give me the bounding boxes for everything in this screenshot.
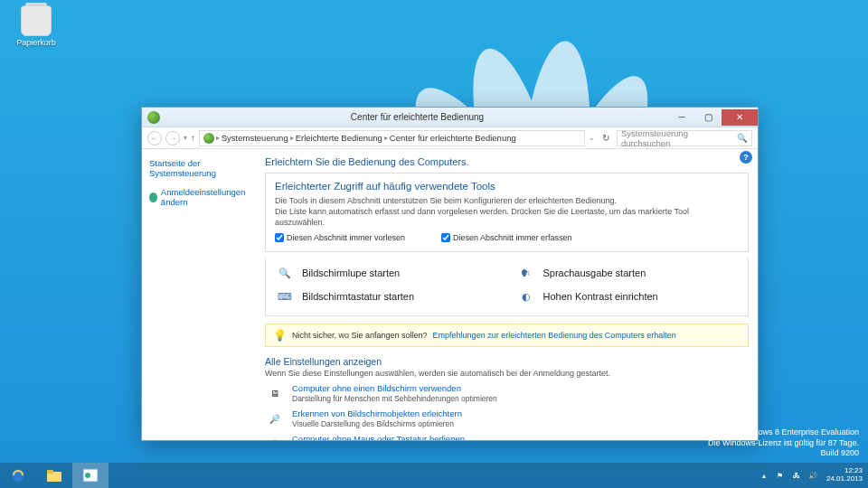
- system-tray: ▴ ⚑ 🖧 🔊 12:23 24.01.2013: [756, 467, 868, 483]
- lightbulb-icon: 💡: [273, 329, 287, 342]
- recommendation-hint: 💡 Nicht sicher, wo Sie anfangen sollen? …: [265, 324, 749, 347]
- recycle-bin-icon: [21, 5, 52, 36]
- checkbox-always-scan-input[interactable]: [441, 233, 450, 242]
- tray-flag-icon[interactable]: ⚑: [774, 469, 787, 482]
- tool-onscreen-keyboard[interactable]: ⌨ Bildschirmtastatur starten: [275, 286, 498, 306]
- tools-grid: 🔍 Bildschirmlupe starten 🗣 Sprachausgabe…: [265, 258, 749, 316]
- titlebar[interactable]: Center für erleichterte Bedienung ─ ▢ ✕: [142, 108, 758, 127]
- magnifier-icon: 🔍: [275, 263, 295, 283]
- hint-text: Nicht sicher, wo Sie anfangen sollen?: [292, 331, 428, 340]
- back-button[interactable]: ←: [147, 131, 162, 145]
- setting-display-easier[interactable]: 🔎 Erkennen von Bildschirmobjekten erleic…: [265, 408, 749, 428]
- shield-icon: [149, 192, 157, 202]
- svg-rect-7: [47, 470, 53, 474]
- history-dropdown[interactable]: ▾: [184, 134, 187, 142]
- sidebar-link-login-settings[interactable]: Anmeldeeinstellungen ändern: [149, 187, 252, 207]
- monitor-off-icon: 🖥: [265, 383, 285, 403]
- setting-no-mouse-keyboard[interactable]: 🧍 Computer ohne Maus oder Tastatur bedie…: [265, 434, 749, 440]
- taskbar-clock[interactable]: 12:23 24.01.2013: [826, 467, 863, 483]
- quick-access-box: Erleichterter Zugriff auf häufig verwend…: [265, 173, 749, 252]
- taskbar-explorer[interactable]: [36, 463, 72, 488]
- content-pane: ? Erleichtern Sie die Bedienung des Comp…: [259, 149, 758, 440]
- narrator-icon: 🗣: [516, 263, 536, 283]
- refresh-button[interactable]: ↻: [599, 131, 613, 145]
- search-placeholder: Systemsteuerung durchsuchen: [621, 128, 737, 148]
- up-button[interactable]: ↑: [191, 133, 195, 143]
- minimize-button[interactable]: ─: [669, 109, 694, 126]
- breadcrumb[interactable]: ▸ Systemsteuerung ▸ Erleichterte Bedienu…: [199, 130, 585, 146]
- checkbox-always-read[interactable]: Diesen Abschnitt immer vorlesen: [275, 233, 405, 242]
- desktop: Papierkorb Center für erleichterte Bedie…: [0, 0, 868, 488]
- crumb-3[interactable]: Center für erleichterte Bedienung: [390, 133, 516, 143]
- quick-access-desc2: Die Liste kann automatisch erfasst und d…: [275, 206, 739, 228]
- all-settings-desc: Wenn Sie diese Einstellungen auswählen, …: [265, 369, 749, 378]
- ease-of-access-icon: [147, 111, 160, 124]
- search-input[interactable]: Systemsteuerung durchsuchen 🔍: [617, 130, 752, 146]
- quick-access-title: Erleichterter Zugriff auf häufig verwend…: [275, 181, 739, 192]
- page-heading: Erleichtern Sie die Bedienung des Comput…: [265, 156, 749, 167]
- taskbar-ie[interactable]: [0, 463, 36, 488]
- checkbox-always-read-input[interactable]: [275, 233, 284, 242]
- tool-magnifier[interactable]: 🔍 Bildschirmlupe starten: [275, 263, 498, 283]
- svg-point-9: [85, 473, 90, 478]
- sidebar-link-label: Anmeldeeinstellungen ändern: [161, 187, 252, 207]
- hint-link[interactable]: Empfehlungen zur erleichterten Bedienung…: [433, 331, 676, 340]
- forward-button[interactable]: →: [165, 131, 180, 145]
- recycle-bin[interactable]: Papierkorb: [9, 5, 63, 47]
- all-settings-heading: Alle Einstellungen anzeigen: [265, 356, 749, 367]
- close-button[interactable]: ✕: [722, 109, 758, 126]
- crumb-2[interactable]: Erleichterte Bedienung: [296, 133, 382, 143]
- tray-volume-icon[interactable]: 🔊: [807, 469, 819, 482]
- search-icon: 🔍: [737, 133, 748, 143]
- ease-of-access-window: Center für erleichterte Bedienung ─ ▢ ✕ …: [141, 107, 759, 441]
- desktop-watermark: Windows 8 Enterprise Evaluation Die Wind…: [708, 427, 859, 459]
- setting-no-display[interactable]: 🖥 Computer ohne einen Bildschirm verwend…: [265, 383, 749, 403]
- window-title: Center für erleichterte Bedienung: [165, 112, 669, 122]
- maximize-button[interactable]: ▢: [695, 109, 721, 126]
- checkbox-always-scan[interactable]: Diesen Abschnitt immer erfassen: [441, 233, 572, 242]
- crumb-dropdown[interactable]: ⌄: [589, 134, 595, 142]
- crumb-1[interactable]: Systemsteuerung: [222, 133, 288, 143]
- magnify-screen-icon: 🔎: [265, 408, 285, 428]
- tray-network-icon[interactable]: 🖧: [790, 469, 803, 482]
- tool-narrator[interactable]: 🗣 Sprachausgabe starten: [516, 263, 740, 283]
- recycle-bin-label: Papierkorb: [9, 38, 63, 47]
- control-panel-icon: [203, 133, 214, 144]
- sidebar: Startseite der Systemsteuerung Anmeldeei…: [142, 149, 259, 440]
- contrast-icon: ◐: [516, 286, 536, 306]
- person-icon: 🧍: [265, 434, 285, 440]
- quick-access-desc1: Die Tools in diesem Abschnitt unterstütz…: [275, 195, 739, 206]
- taskbar-ease-of-access[interactable]: [72, 463, 108, 488]
- control-panel-home-link[interactable]: Startseite der Systemsteuerung: [149, 158, 252, 178]
- tool-high-contrast[interactable]: ◐ Hohen Kontrast einrichten: [516, 286, 740, 306]
- tray-show-hidden-icon[interactable]: ▴: [758, 469, 770, 482]
- taskbar[interactable]: ▴ ⚑ 🖧 🔊 12:23 24.01.2013: [0, 463, 868, 488]
- help-icon[interactable]: ?: [740, 151, 752, 164]
- address-bar: ← → ▾ ↑ ▸ Systemsteuerung ▸ Erleichterte…: [142, 127, 758, 149]
- keyboard-icon: ⌨: [275, 286, 295, 306]
